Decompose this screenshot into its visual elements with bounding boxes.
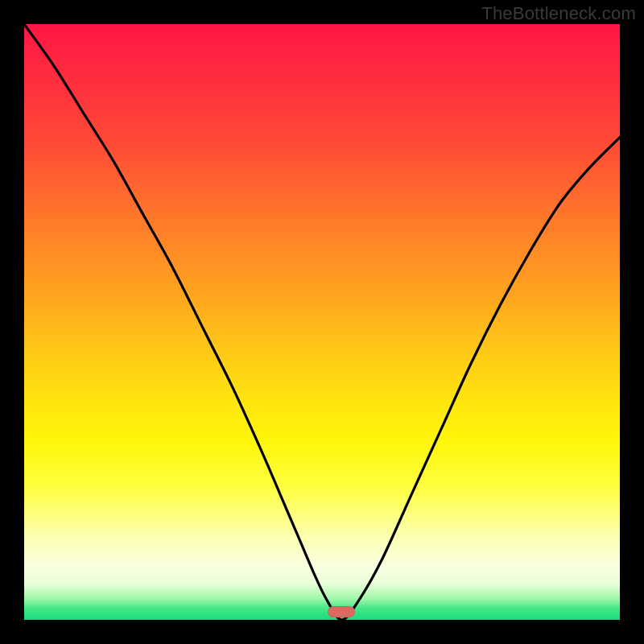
plot-area <box>24 24 620 620</box>
watermark-text: TheBottleneck.com <box>481 3 636 24</box>
chart-frame: TheBottleneck.com <box>0 0 644 644</box>
minimum-marker <box>328 606 355 617</box>
bottleneck-curve <box>24 24 620 620</box>
